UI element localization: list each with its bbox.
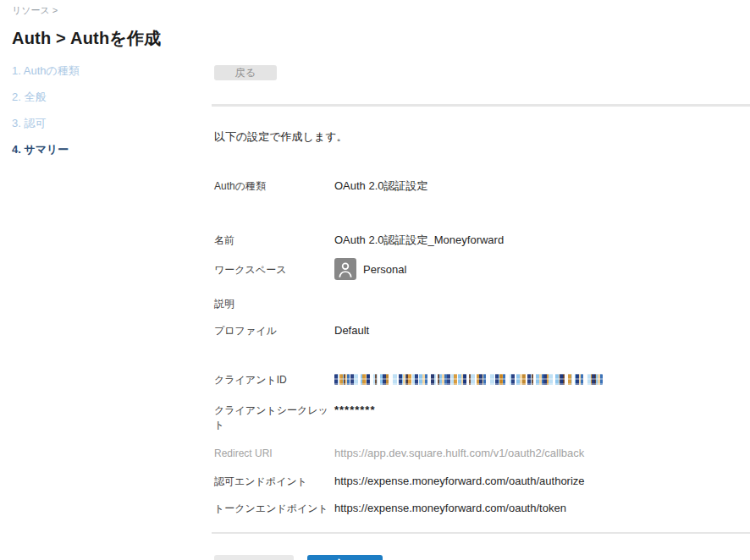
field-label: 名前 [214,233,334,248]
top-divider [212,104,750,107]
step-authorization[interactable]: 3. 認可 [12,118,198,129]
field-value: OAuth 2.0認証設定_Moneyforward [334,233,504,247]
field-description: 説明 [214,296,750,311]
step-summary[interactable]: 4. サマリー [12,144,198,155]
summary-intro: 以下の設定で作成します。 [214,129,750,145]
cancel-button[interactable]: キャンセル [214,555,294,560]
field-auth-endpoint: 認可エンドポイント https://expense.moneyforward.c… [214,474,750,489]
field-name: 名前 OAuth 2.0認証設定_Moneyforward [214,233,750,248]
page-title: Auth > Authを作成 [12,27,161,50]
redacted-pixelation [334,374,603,385]
step-auth-type[interactable]: 1. Authの種類 [12,65,198,76]
workspace-name: Personal [363,262,406,277]
field-label: プロファイル [214,323,334,338]
field-label: Authの種類 [214,178,334,194]
field-redirect-uri: Redirect URI https://app.dev.square.hulf… [214,446,750,461]
field-label: ワークスペース [214,258,334,277]
wizard-steps: 1. Authの種類 2. 全般 3. 認可 4. サマリー [12,65,198,170]
create-auth-page: リソース > Auth > Authを作成 1. Authの種類 2. 全般 3… [0,0,750,560]
field-label: 説明 [214,296,334,311]
person-icon [334,258,356,280]
action-bar: キャンセル 完了 [214,555,750,560]
field-client-secret: クライアントシークレット ******** [214,403,750,432]
field-token-endpoint: トークンエンドポイント https://expense.moneyforward… [214,501,750,516]
field-value: Default [334,323,369,338]
breadcrumb[interactable]: リソース > [12,4,58,17]
workspace-value: Personal [334,258,406,280]
field-auth-type: Authの種類 OAuth 2.0認証設定 [214,178,750,194]
field-workspace: ワークスペース Personal [214,258,750,280]
field-value: OAuth 2.0認証設定 [334,178,428,193]
field-label: Redirect URI [214,446,334,461]
field-label: トークンエンドポイント [214,501,334,516]
field-profile: プロファイル Default [214,323,750,338]
summary-fields: Authの種類 OAuth 2.0認証設定 名前 OAuth 2.0認証設定_M… [214,178,750,516]
field-label: クライアントID [214,372,334,387]
field-value: https://expense.moneyforward.com/oauth/a… [334,474,585,488]
finish-button[interactable]: 完了 [307,555,383,560]
field-client-id: クライアントID [214,372,750,387]
field-label: 認可エンドポイント [214,474,334,489]
client-id-redacted-value [334,372,603,385]
field-label: クライアントシークレット [214,403,334,432]
summary-panel: 戻る 以下の設定で作成します。 Authの種類 OAuth 2.0認証設定 名前… [212,65,750,560]
field-value: ******** [334,403,375,417]
field-value: https://app.dev.square.hulft.com/v1/oaut… [334,446,584,460]
bottom-divider [212,532,750,534]
step-general[interactable]: 2. 全般 [12,91,198,102]
back-button[interactable]: 戻る [214,65,277,80]
field-value: https://expense.moneyforward.com/oauth/t… [334,501,566,515]
